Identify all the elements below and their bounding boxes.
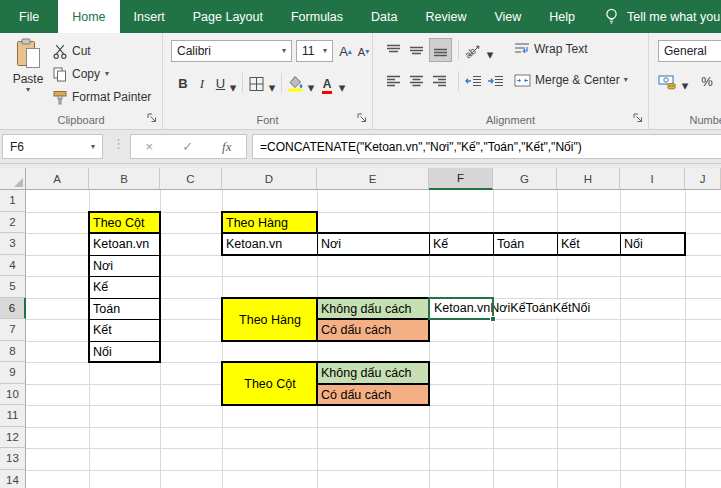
cell-I3[interactable]: Nối bbox=[620, 233, 686, 256]
cell-B2[interactable]: Theo Cột bbox=[89, 212, 161, 235]
row-header-12[interactable]: 12 bbox=[0, 427, 26, 449]
cell-B7[interactable]: Kết bbox=[89, 319, 161, 342]
italic-button[interactable]: I bbox=[195, 73, 209, 94]
merge-center-dropdown-icon[interactable]: ▾ bbox=[624, 76, 628, 84]
column-header-D[interactable]: D bbox=[222, 168, 317, 190]
tab-formulas[interactable]: Formulas bbox=[277, 0, 357, 33]
font-dialog-launcher[interactable] bbox=[357, 113, 368, 124]
formula-input[interactable]: =CONCATENATE("Ketoan.vn","Nơi","Kế","Toá… bbox=[252, 134, 721, 159]
middle-align-button[interactable] bbox=[406, 40, 427, 61]
font-size-combo[interactable]: 11 ▾ bbox=[296, 40, 333, 62]
row-header-14[interactable]: 14 bbox=[0, 470, 26, 488]
row-header-8[interactable]: 8 bbox=[0, 341, 26, 363]
fill-color-button[interactable] bbox=[287, 73, 304, 94]
font-name-dropdown-icon[interactable]: ▾ bbox=[282, 47, 286, 55]
cell-G3[interactable]: Toán bbox=[493, 233, 558, 256]
format-painter-button[interactable]: Format Painter bbox=[53, 87, 151, 107]
fill-handle[interactable] bbox=[490, 316, 496, 322]
cell-E9[interactable]: Không dấu cách bbox=[317, 362, 430, 385]
tab-home[interactable]: Home bbox=[58, 0, 119, 33]
column-header-B[interactable]: B bbox=[89, 168, 160, 190]
select-all-corner[interactable] bbox=[0, 168, 26, 190]
cell-F6[interactable]: Ketoan.vnNơiKếToánKếtNối bbox=[431, 300, 590, 318]
row-header-5[interactable]: 5 bbox=[0, 276, 26, 298]
row-header-3[interactable]: 3 bbox=[0, 233, 26, 255]
row-header-7[interactable]: 7 bbox=[0, 319, 26, 341]
row-header-13[interactable]: 13 bbox=[0, 448, 26, 470]
borders-dropdown-icon[interactable]: ▾ bbox=[267, 77, 277, 98]
accounting-dropdown-icon[interactable]: ▾ bbox=[680, 75, 690, 96]
align-left-button[interactable] bbox=[383, 71, 404, 92]
copy-dropdown-icon[interactable]: ▾ bbox=[105, 70, 109, 78]
tab-view[interactable]: View bbox=[480, 0, 535, 33]
clipboard-dialog-launcher[interactable] bbox=[147, 113, 158, 124]
orientation-dropdown-icon[interactable]: ▾ bbox=[485, 44, 495, 65]
tab-review[interactable]: Review bbox=[411, 0, 480, 33]
row-header-9[interactable]: 9 bbox=[0, 362, 26, 384]
tab-help[interactable]: Help bbox=[535, 0, 589, 33]
cell-B4[interactable]: Nơi bbox=[89, 255, 161, 278]
cell-H3[interactable]: Kết bbox=[557, 233, 621, 256]
tab-insert[interactable]: Insert bbox=[120, 0, 179, 33]
tell-me-search[interactable]: Tell me what you want bbox=[605, 0, 721, 33]
tab-file[interactable]: File bbox=[0, 0, 58, 33]
number-format-combo[interactable]: General bbox=[658, 40, 721, 62]
cancel-button[interactable]: × bbox=[146, 139, 154, 154]
column-header-G[interactable]: G bbox=[493, 168, 557, 190]
font-name-combo[interactable]: Calibri ▾ bbox=[171, 40, 292, 62]
name-box-dropdown-icon[interactable]: ▾ bbox=[91, 143, 95, 151]
align-center-button[interactable] bbox=[406, 71, 427, 92]
row-header-11[interactable]: 11 bbox=[0, 405, 26, 427]
cell-D9[interactable]: Theo Cột bbox=[222, 362, 318, 406]
paste-button[interactable]: Paste ▾ bbox=[6, 38, 50, 108]
cell-E10[interactable]: Có dấu cách bbox=[317, 384, 430, 407]
column-header-F[interactable]: F bbox=[429, 168, 493, 190]
align-right-button[interactable] bbox=[429, 71, 450, 92]
alignment-dialog-launcher[interactable] bbox=[633, 113, 644, 124]
underline-button[interactable]: U bbox=[213, 73, 228, 94]
orientation-button[interactable]: ab bbox=[465, 40, 483, 61]
cell-F3[interactable]: Kế bbox=[429, 233, 494, 256]
column-header-I[interactable]: I bbox=[620, 168, 685, 190]
row-header-4[interactable]: 4 bbox=[0, 255, 26, 277]
cell-D6[interactable]: Theo Hàng bbox=[222, 298, 318, 342]
insert-function-button[interactable]: fx bbox=[222, 139, 231, 155]
cut-button[interactable]: Cut bbox=[53, 41, 91, 61]
cell-B5[interactable]: Kế bbox=[89, 276, 161, 299]
tab-data[interactable]: Data bbox=[357, 0, 411, 33]
row-header-10[interactable]: 10 bbox=[0, 384, 26, 406]
cell-D3[interactable]: Ketoan.vn bbox=[222, 233, 318, 256]
font-size-dropdown-icon[interactable]: ▾ bbox=[323, 47, 327, 55]
column-header-J[interactable]: J bbox=[685, 168, 721, 190]
sheet-grid[interactable]: ABCDEFGHIJ1234567891011121314Theo CộtKet… bbox=[0, 168, 721, 488]
name-box[interactable]: F6 ▾ bbox=[2, 134, 103, 159]
top-align-button[interactable] bbox=[383, 40, 404, 61]
decrease-font-button[interactable]: A▾ bbox=[356, 41, 371, 62]
cell-E3[interactable]: Nơi bbox=[317, 233, 430, 256]
enter-button[interactable]: ✓ bbox=[182, 139, 193, 154]
cell-E7[interactable]: Có dấu cách bbox=[317, 319, 430, 342]
tab-page-layout[interactable]: Page Layout bbox=[179, 0, 277, 33]
copy-button[interactable]: Copy ▾ bbox=[53, 64, 109, 84]
cell-B8[interactable]: Nối bbox=[89, 341, 161, 364]
cell-B3[interactable]: Ketoan.vn bbox=[89, 233, 161, 256]
borders-button[interactable] bbox=[248, 73, 265, 94]
font-color-dropdown-icon[interactable]: ▾ bbox=[337, 77, 347, 98]
row-header-2[interactable]: 2 bbox=[0, 212, 26, 234]
increase-font-button[interactable]: A▴ bbox=[337, 41, 354, 62]
wrap-text-button[interactable]: Wrap Text bbox=[514, 42, 588, 56]
row-header-6[interactable]: 6 bbox=[0, 298, 26, 320]
cell-E6[interactable]: Không dấu cách bbox=[317, 298, 430, 321]
font-color-button[interactable]: A bbox=[319, 73, 335, 94]
cell-B6[interactable]: Toán bbox=[89, 298, 161, 321]
increase-indent-button[interactable] bbox=[487, 71, 504, 92]
column-header-H[interactable]: H bbox=[557, 168, 620, 190]
column-header-A[interactable]: A bbox=[26, 168, 89, 190]
column-header-E[interactable]: E bbox=[317, 168, 429, 190]
underline-dropdown-icon[interactable]: ▾ bbox=[228, 77, 238, 98]
decrease-indent-button[interactable] bbox=[465, 71, 482, 92]
percent-style-button[interactable]: % bbox=[699, 71, 715, 92]
bold-button[interactable]: B bbox=[175, 73, 191, 94]
merge-center-button[interactable]: Merge & Center ▾ bbox=[514, 73, 628, 87]
paste-dropdown-icon[interactable]: ▾ bbox=[26, 86, 30, 94]
